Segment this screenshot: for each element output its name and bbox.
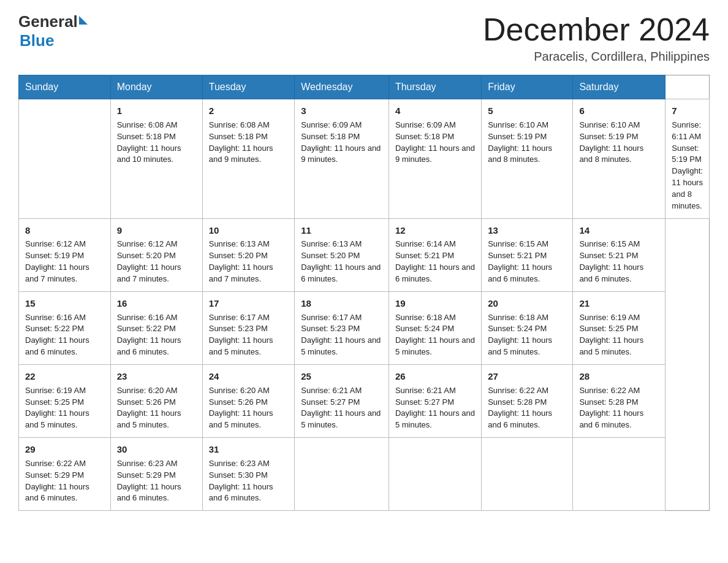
calendar-day-cell: 1Sunrise: 6:08 AMSunset: 5:18 PMDaylight…: [110, 99, 202, 219]
calendar-day-cell: 8Sunrise: 6:12 AMSunset: 5:19 PMDaylight…: [19, 218, 111, 291]
calendar-day-cell: 4Sunrise: 6:09 AMSunset: 5:18 PMDaylight…: [389, 99, 481, 219]
day-number: 1: [117, 104, 196, 118]
calendar-day-cell: 26Sunrise: 6:21 AMSunset: 5:27 PMDayligh…: [389, 364, 481, 437]
day-number: 23: [117, 370, 196, 383]
calendar-day-cell: [389, 438, 481, 511]
page-header: General Blue December 2024 Paracelis, Co…: [18, 12, 710, 64]
day-number: 12: [395, 224, 475, 237]
calendar-day-cell: 31Sunrise: 6:23 AMSunset: 5:30 PMDayligh…: [202, 438, 295, 511]
day-number: 30: [117, 443, 196, 456]
calendar-day-cell: 12Sunrise: 6:14 AMSunset: 5:21 PMDayligh…: [389, 218, 481, 291]
day-number: 20: [488, 297, 566, 310]
calendar-day-cell: 29Sunrise: 6:22 AMSunset: 5:29 PMDayligh…: [19, 438, 111, 511]
title-section: December 2024 Paracelis, Cordillera, Phi…: [483, 12, 710, 64]
header-sunday: Sunday: [19, 75, 111, 99]
calendar-day-cell: 22Sunrise: 6:19 AMSunset: 5:25 PMDayligh…: [19, 364, 111, 437]
day-number: 17: [209, 297, 289, 310]
calendar-day-cell: 2Sunrise: 6:08 AMSunset: 5:18 PMDaylight…: [202, 99, 295, 219]
calendar-day-cell: 3Sunrise: 6:09 AMSunset: 5:18 PMDaylight…: [295, 99, 389, 219]
header-tuesday: Tuesday: [202, 75, 295, 99]
day-number: 16: [117, 297, 196, 310]
calendar-day-cell: [482, 438, 573, 511]
calendar-day-cell: 9Sunrise: 6:12 AMSunset: 5:20 PMDaylight…: [110, 218, 202, 291]
day-number: 15: [25, 297, 104, 310]
calendar-day-cell: 15Sunrise: 6:16 AMSunset: 5:22 PMDayligh…: [19, 291, 111, 364]
logo-triangle-icon: [79, 16, 88, 25]
calendar-day-cell: 5Sunrise: 6:10 AMSunset: 5:19 PMDaylight…: [482, 99, 573, 219]
day-number: 21: [579, 297, 659, 310]
day-number: 18: [301, 297, 382, 310]
day-number: 3: [301, 104, 382, 118]
logo-blue-text: Blue: [20, 31, 88, 50]
day-number: 4: [395, 104, 475, 118]
calendar-day-cell: 7Sunrise: 6:11 AMSunset: 5:19 PMDaylight…: [665, 99, 710, 219]
calendar-day-cell: [295, 438, 389, 511]
day-number: 19: [395, 297, 475, 310]
day-number: 7: [672, 104, 703, 118]
day-number: 22: [25, 370, 104, 383]
logo: General Blue: [18, 12, 88, 50]
day-number: 26: [395, 370, 475, 383]
day-number: 13: [488, 224, 566, 237]
empty-cell: [19, 99, 111, 219]
header-saturday: Saturday: [573, 75, 665, 99]
location-subtitle: Paracelis, Cordillera, Philippines: [483, 50, 710, 64]
calendar-day-cell: 19Sunrise: 6:18 AMSunset: 5:24 PMDayligh…: [389, 291, 481, 364]
day-number: 11: [301, 224, 382, 237]
calendar-day-cell: 24Sunrise: 6:20 AMSunset: 5:26 PMDayligh…: [202, 364, 295, 437]
day-number: 31: [209, 443, 289, 456]
day-number: 28: [579, 370, 659, 383]
calendar-day-cell: 17Sunrise: 6:17 AMSunset: 5:23 PMDayligh…: [202, 291, 295, 364]
day-number: 25: [301, 370, 382, 383]
day-number: 10: [209, 224, 289, 237]
calendar-day-cell: 23Sunrise: 6:20 AMSunset: 5:26 PMDayligh…: [110, 364, 202, 437]
calendar-day-cell: 20Sunrise: 6:18 AMSunset: 5:24 PMDayligh…: [482, 291, 573, 364]
header-friday: Friday: [482, 75, 573, 99]
calendar-day-cell: 27Sunrise: 6:22 AMSunset: 5:28 PMDayligh…: [482, 364, 573, 437]
day-number: 29: [25, 443, 104, 456]
calendar-day-cell: 6Sunrise: 6:10 AMSunset: 5:19 PMDaylight…: [573, 99, 665, 219]
month-year-title: December 2024: [483, 12, 710, 47]
calendar-day-cell: 11Sunrise: 6:13 AMSunset: 5:20 PMDayligh…: [295, 218, 389, 291]
header-thursday: Thursday: [389, 75, 481, 99]
header-monday: Monday: [110, 75, 202, 99]
calendar-day-cell: [573, 438, 665, 511]
day-number: 8: [25, 224, 104, 237]
calendar-day-cell: 30Sunrise: 6:23 AMSunset: 5:29 PMDayligh…: [110, 438, 202, 511]
calendar-day-cell: 21Sunrise: 6:19 AMSunset: 5:25 PMDayligh…: [573, 291, 665, 364]
day-number: 6: [579, 104, 659, 118]
calendar-day-cell: 14Sunrise: 6:15 AMSunset: 5:21 PMDayligh…: [573, 218, 665, 291]
calendar-day-cell: 13Sunrise: 6:15 AMSunset: 5:21 PMDayligh…: [482, 218, 573, 291]
calendar-day-cell: 28Sunrise: 6:22 AMSunset: 5:28 PMDayligh…: [573, 364, 665, 437]
calendar-day-cell: 10Sunrise: 6:13 AMSunset: 5:20 PMDayligh…: [202, 218, 295, 291]
calendar-day-cell: 16Sunrise: 6:16 AMSunset: 5:22 PMDayligh…: [110, 291, 202, 364]
day-number: 2: [209, 104, 289, 118]
day-number: 27: [488, 370, 566, 383]
day-number: 5: [488, 104, 566, 118]
day-number: 9: [117, 224, 196, 237]
calendar-day-cell: 25Sunrise: 6:21 AMSunset: 5:27 PMDayligh…: [295, 364, 389, 437]
calendar-day-cell: 18Sunrise: 6:17 AMSunset: 5:23 PMDayligh…: [295, 291, 389, 364]
day-number: 14: [579, 224, 659, 237]
logo-general-text: General: [18, 12, 78, 31]
calendar-week-row: 29Sunrise: 6:22 AMSunset: 5:29 PMDayligh…: [19, 438, 710, 511]
calendar-week-row: 8Sunrise: 6:12 AMSunset: 5:19 PMDaylight…: [19, 218, 710, 291]
day-number: 24: [209, 370, 289, 383]
calendar-header-row: SundayMondayTuesdayWednesdayThursdayFrid…: [19, 75, 710, 99]
calendar-table: SundayMondayTuesdayWednesdayThursdayFrid…: [18, 75, 710, 511]
calendar-week-row: 15Sunrise: 6:16 AMSunset: 5:22 PMDayligh…: [19, 291, 710, 364]
calendar-week-row: 1Sunrise: 6:08 AMSunset: 5:18 PMDaylight…: [19, 99, 710, 219]
calendar-week-row: 22Sunrise: 6:19 AMSunset: 5:25 PMDayligh…: [19, 364, 710, 437]
header-wednesday: Wednesday: [295, 75, 389, 99]
